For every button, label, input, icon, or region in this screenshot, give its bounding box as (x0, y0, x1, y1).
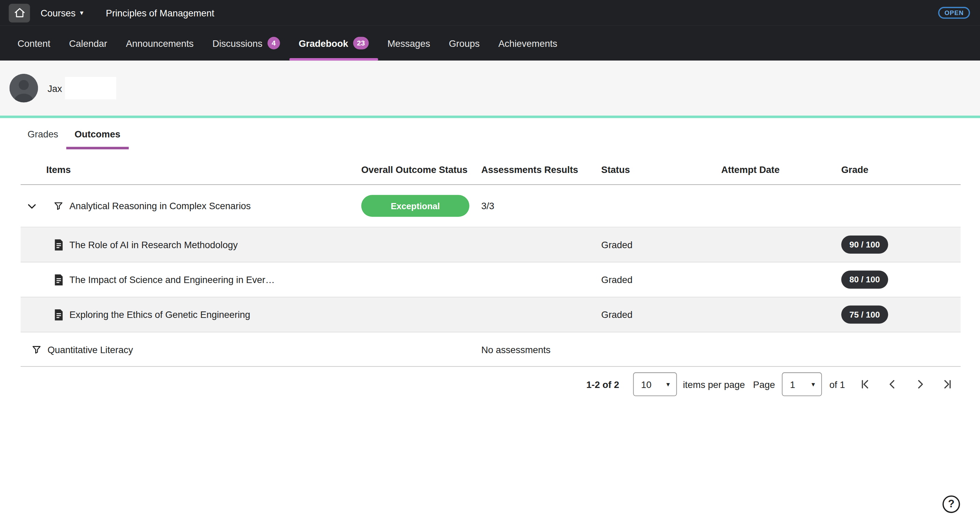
pager-buttons (859, 378, 954, 391)
home-icon (13, 7, 25, 19)
course-open-badge: OPEN (938, 7, 970, 19)
nav-item-label: Achievements (498, 38, 557, 49)
nav-item-gradebook[interactable]: Gradebook 23 (289, 25, 378, 60)
pagination-range: 1-2 of 2 (586, 379, 619, 390)
nav-item-groups[interactable]: Groups (439, 25, 489, 60)
nav-item-achievements[interactable]: Achievements (489, 25, 566, 60)
nav-item-label: Content (18, 38, 50, 49)
tab-grades[interactable]: Grades (19, 129, 66, 149)
outcomes-table: Items Overall Outcome Status Assessments… (21, 154, 961, 366)
assessment-status: Graded (601, 239, 721, 250)
assessment-title: Exploring the Ethics of Genetic Engineer… (69, 309, 250, 320)
assessment-row: The Role of AI in Research Methodology G… (21, 227, 961, 262)
help-icon: ? (948, 498, 955, 511)
gradebook-count-badge: 23 (353, 37, 369, 49)
nav-item-content[interactable]: Content (8, 25, 60, 60)
grade-pill: 80 / 100 (841, 270, 888, 288)
items-per-page-select[interactable]: 10 ▾ (633, 372, 677, 396)
tab-outcomes[interactable]: Outcomes (66, 129, 129, 149)
teal-divider (0, 116, 980, 118)
table-header-row: Items Overall Outcome Status Assessments… (21, 154, 961, 185)
chevron-down-icon: ▾ (811, 381, 815, 388)
nav-item-label: Messages (387, 38, 430, 49)
person-icon (9, 74, 38, 103)
nav-item-discussions[interactable]: Discussions 4 (203, 25, 289, 60)
page-label: Page (753, 379, 775, 390)
page: Courses ▾ Principles of Management OPEN … (0, 0, 980, 523)
page-number-select[interactable]: 1 ▾ (782, 372, 822, 396)
first-page-icon (859, 378, 871, 391)
nav-item-label: Announcements (126, 38, 194, 49)
assessment-status: Graded (601, 274, 721, 285)
collapse-chevron-button[interactable] (25, 199, 39, 213)
outcome-title: Analytical Reasoning in Complex Scenario… (69, 201, 251, 211)
nav-item-label: Calendar (69, 38, 107, 49)
col-header-attempt-date: Attempt Date (721, 164, 841, 175)
tab-label: Outcomes (75, 129, 120, 140)
first-page-button[interactable] (859, 378, 871, 391)
discussions-count-badge: 4 (267, 37, 280, 49)
outcome-funnel-icon (31, 344, 42, 354)
assessment-title: The Impact of Science and Engineering in… (69, 274, 275, 285)
overall-outcome-status-pill: Exceptional (361, 195, 469, 217)
document-icon (54, 309, 64, 320)
assessments-results-value: 3/3 (481, 201, 601, 211)
col-header-status: Status (601, 164, 721, 175)
page-number-value: 1 (790, 379, 795, 390)
course-navbar: Content Calendar Announcements Discussio… (0, 25, 980, 60)
nav-item-calendar[interactable]: Calendar (60, 25, 116, 60)
chevron-down-icon: ▾ (667, 381, 670, 388)
outcome-title: Quantitative Literacy (48, 344, 133, 354)
nav-item-messages[interactable]: Messages (378, 25, 440, 60)
user-strip: Jax (0, 60, 980, 116)
next-page-icon (914, 378, 926, 391)
last-page-icon (941, 378, 954, 391)
grade-pill: 75 / 100 (841, 305, 888, 324)
course-title: Principles of Management (106, 8, 215, 18)
col-header-grade: Grade (841, 164, 961, 175)
assessment-row: The Impact of Science and Engineering in… (21, 262, 961, 297)
col-header-items: Items (21, 164, 361, 175)
col-header-overall-outcome-status: Overall Outcome Status (361, 164, 481, 175)
document-icon (54, 274, 64, 285)
nav-item-label: Groups (449, 38, 480, 49)
top-bar: Courses ▾ Principles of Management OPEN (0, 0, 980, 25)
chevron-down-icon (26, 200, 38, 211)
avatar (9, 74, 38, 103)
assessment-title: The Role of AI in Research Methodology (69, 239, 238, 250)
grades-outcomes-tabs: Grades Outcomes (0, 118, 980, 149)
user-last-name-redacted (65, 77, 116, 100)
assessment-status: Graded (601, 309, 721, 320)
nav-item-label: Gradebook (299, 38, 348, 49)
grade-pill: 90 / 100 (841, 235, 888, 254)
previous-page-icon (886, 378, 899, 391)
assessment-row: Exploring the Ethics of Genetic Engineer… (21, 297, 961, 332)
outcome-row: Quantitative Literacy No assessments (21, 332, 961, 367)
nav-item-announcements[interactable]: Announcements (116, 25, 203, 60)
assessments-results-value: No assessments (481, 344, 601, 354)
last-page-button[interactable] (941, 378, 954, 391)
page-count-label: of 1 (829, 379, 845, 390)
items-per-page-value: 10 (641, 379, 652, 390)
previous-page-button[interactable] (886, 378, 899, 391)
home-button[interactable] (9, 3, 30, 22)
courses-label: Courses (41, 8, 76, 18)
items-per-page-label: items per page (683, 379, 745, 390)
user-first-name: Jax (48, 83, 62, 93)
next-page-button[interactable] (914, 378, 926, 391)
courses-dropdown[interactable]: Courses ▾ (41, 8, 83, 18)
outcome-row: Analytical Reasoning in Complex Scenario… (21, 185, 961, 227)
pagination: 1-2 of 2 10 ▾ items per page Page 1 ▾ of… (21, 370, 961, 398)
help-button[interactable]: ? (942, 495, 960, 513)
document-icon (54, 239, 64, 250)
outcome-funnel-icon (53, 201, 64, 211)
nav-item-label: Discussions (212, 38, 262, 49)
col-header-assessments-results: Assessments Results (481, 164, 601, 175)
tab-label: Grades (27, 129, 58, 140)
chevron-down-icon: ▾ (80, 9, 83, 16)
